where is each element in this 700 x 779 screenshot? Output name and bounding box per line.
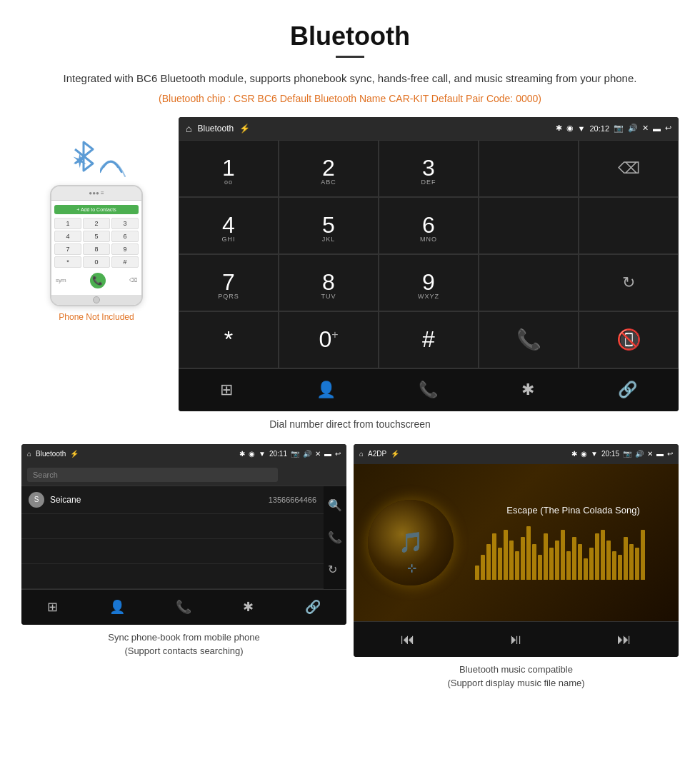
dial-empty-1 bbox=[479, 140, 579, 197]
music-home-icon[interactable]: ⌂ bbox=[359, 450, 364, 458]
car-status-bar: ⌂ Bluetooth ⚡ ✱ ◉ ▼ 20:12 📷 🔊 ✕ ▬ ↩ bbox=[179, 117, 679, 140]
dial-call-end[interactable]: 📵 bbox=[579, 311, 679, 368]
nav-grid-icon[interactable]: ⊞ bbox=[220, 381, 233, 399]
dial-key-8[interactable]: 8 TUV bbox=[279, 254, 379, 311]
pb-call-icon[interactable]: 📞 bbox=[328, 531, 342, 544]
phone-key-hash[interactable]: # bbox=[111, 256, 139, 268]
phone-key-7[interactable]: 7 bbox=[54, 243, 81, 255]
phone-keypad-grid: 1 2 3 4 5 6 7 8 9 * 0 # bbox=[54, 218, 139, 268]
eq-bar bbox=[521, 537, 525, 580]
phone-home-button[interactable] bbox=[93, 296, 100, 303]
dial-key-4[interactable]: 4 GHI bbox=[179, 197, 279, 254]
pb-contact-row[interactable]: S Seicane 13566664466 bbox=[21, 486, 324, 514]
pb-close-icon[interactable]: ✕ bbox=[315, 450, 321, 458]
main-section: ✶ ●●● ≡ + Add to Contacts 1 2 bbox=[0, 117, 700, 411]
close-icon[interactable]: ✕ bbox=[642, 124, 649, 133]
contact-avatar: S bbox=[29, 492, 44, 508]
eq-bar bbox=[629, 544, 634, 580]
phone-key-2[interactable]: 2 bbox=[83, 218, 110, 229]
dial-key-7[interactable]: 7 PQRS bbox=[179, 254, 279, 311]
music-layout-icon[interactable]: ▬ bbox=[656, 450, 664, 458]
home-icon[interactable]: ⌂ bbox=[186, 123, 191, 134]
eq-bar bbox=[584, 558, 588, 580]
bluetooth-symbol bbox=[68, 139, 100, 181]
pb-time: 20:11 bbox=[269, 450, 287, 458]
music-eq-bars bbox=[475, 523, 671, 580]
dialpad-grid: 1 oo 2 ABC 3 DEF ⌫ 4 GHI bbox=[179, 140, 679, 368]
pb-right-icons: 🔍 📞 ↻ bbox=[324, 486, 346, 589]
dial-key-1[interactable]: 1 oo bbox=[179, 140, 279, 197]
phone-not-included-label: Phone Not Included bbox=[59, 312, 134, 322]
music-vol-icon[interactable]: 🔊 bbox=[635, 450, 644, 458]
eq-bar bbox=[515, 551, 519, 580]
dial-backspace[interactable]: ⌫ bbox=[579, 140, 679, 197]
dial-key-star[interactable]: * bbox=[179, 311, 279, 368]
pb-nav-phone[interactable]: 📞 bbox=[176, 599, 191, 615]
music-next-icon[interactable]: ⏭ bbox=[617, 631, 631, 648]
dial-key-3[interactable]: 3 DEF bbox=[379, 140, 479, 197]
pb-refresh-icon[interactable]: ↻ bbox=[328, 563, 342, 576]
signal-waves-icon bbox=[100, 142, 129, 178]
contact-name: Seicane bbox=[50, 495, 269, 505]
pb-search-input[interactable]: Search bbox=[27, 468, 278, 482]
pb-nav-user[interactable]: 👤 bbox=[109, 599, 125, 615]
music-close-icon[interactable]: ✕ bbox=[647, 450, 653, 458]
location-icon: ◉ bbox=[566, 124, 574, 133]
music-cam-icon[interactable]: 📷 bbox=[623, 450, 631, 458]
nav-contact-icon[interactable]: 👤 bbox=[316, 381, 336, 399]
eq-bar bbox=[624, 537, 628, 580]
pb-search-icon[interactable]: 🔍 bbox=[328, 498, 342, 512]
dial-key-9[interactable]: 9 WXYZ bbox=[379, 254, 479, 311]
dial-key-hash[interactable]: # bbox=[379, 311, 479, 368]
pb-back-icon[interactable]: ↩ bbox=[335, 450, 341, 458]
eq-bar bbox=[606, 541, 611, 580]
pb-home-icon[interactable]: ⌂ bbox=[27, 450, 31, 458]
music-back-icon[interactable]: ↩ bbox=[667, 450, 673, 458]
eq-bar bbox=[635, 548, 639, 580]
phone-key-1[interactable]: 1 bbox=[54, 218, 81, 229]
pb-nav-link[interactable]: 🔗 bbox=[305, 599, 321, 615]
phone-key-0[interactable]: 0 bbox=[83, 256, 110, 268]
status-left: ⌂ Bluetooth ⚡ bbox=[186, 123, 250, 134]
car-screen-main: ⌂ Bluetooth ⚡ ✱ ◉ ▼ 20:12 📷 🔊 ✕ ▬ ↩ bbox=[179, 117, 679, 411]
phone-key-star[interactable]: * bbox=[54, 256, 81, 268]
pb-wifi-icon: ▼ bbox=[259, 450, 266, 458]
eq-bar bbox=[578, 544, 582, 580]
nav-bluetooth-icon[interactable]: ✱ bbox=[521, 381, 534, 399]
music-prev-icon[interactable]: ⏮ bbox=[401, 631, 415, 648]
wifi-icon: ▼ bbox=[578, 124, 586, 133]
time-display: 20:12 bbox=[589, 124, 609, 133]
volume-icon[interactable]: 🔊 bbox=[628, 124, 638, 133]
nav-link-icon[interactable]: 🔗 bbox=[618, 381, 637, 399]
music-song-title: Escape (The Pina Colada Song) bbox=[475, 505, 671, 516]
phone-call-button[interactable]: 📞 bbox=[90, 273, 106, 288]
pb-nav-bt[interactable]: ✱ bbox=[243, 599, 254, 615]
phone-key-4[interactable]: 4 bbox=[54, 231, 81, 242]
title-divider bbox=[336, 56, 364, 58]
pb-contact-list: S Seicane 13566664466 bbox=[21, 486, 324, 589]
camera-icon[interactable]: 📷 bbox=[614, 124, 624, 133]
layout-icon[interactable]: ▬ bbox=[653, 124, 661, 133]
dial-key-5[interactable]: 5 JKL bbox=[279, 197, 379, 254]
pb-status-bar: ⌂ Bluetooth ⚡ ✱ ◉ ▼ 20:11 📷 🔊 ✕ ▬ ↩ bbox=[21, 444, 346, 464]
dial-key-0[interactable]: 0+ bbox=[279, 311, 379, 368]
dial-call-answer[interactable]: 📞 bbox=[479, 311, 579, 368]
phone-key-5[interactable]: 5 bbox=[83, 231, 110, 242]
music-info: Escape (The Pina Colada Song) bbox=[468, 464, 679, 621]
phone-key-6[interactable]: 6 bbox=[111, 231, 139, 242]
music-play-pause-icon[interactable]: ⏯ bbox=[509, 631, 523, 648]
phone-key-8[interactable]: 8 bbox=[83, 243, 110, 255]
pb-layout-icon[interactable]: ▬ bbox=[324, 450, 331, 458]
phone-key-9[interactable]: 9 bbox=[111, 243, 139, 255]
back-icon[interactable]: ↩ bbox=[665, 124, 671, 133]
pb-vol-icon[interactable]: 🔊 bbox=[303, 450, 311, 458]
pb-cam-icon[interactable]: 📷 bbox=[291, 450, 299, 458]
nav-phone-icon[interactable]: 📞 bbox=[419, 381, 438, 399]
phone-key-3[interactable]: 3 bbox=[111, 218, 139, 229]
phone-mockup: ●●● ≡ + Add to Contacts 1 2 3 4 5 6 7 8 … bbox=[50, 185, 143, 306]
dial-key-6[interactable]: 6 MNO bbox=[379, 197, 479, 254]
dial-refresh[interactable]: ↻ bbox=[579, 254, 679, 311]
pb-nav-grid[interactable]: ⊞ bbox=[47, 599, 58, 615]
dial-key-2[interactable]: 2 ABC bbox=[279, 140, 379, 197]
eq-bar bbox=[555, 541, 559, 580]
